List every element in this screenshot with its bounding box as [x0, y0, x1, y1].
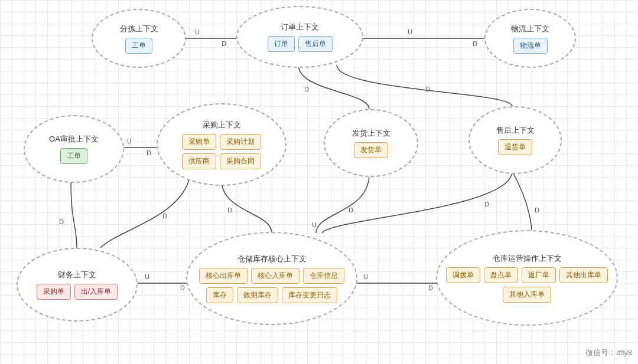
wuliu-label: 物流上下文	[511, 24, 549, 34]
svg-text:D: D	[227, 206, 232, 214]
caigou-card-caigouhetong: 采购合同	[220, 153, 261, 169]
diagram-canvas: U D U D D D U D D D U D D D U	[0, 0, 638, 364]
wuliu-cards: 物流单	[513, 38, 548, 54]
cangkuops-cards: 调拨单 盘点单 返厂单 其他出库单 其他入库单	[443, 267, 611, 303]
caigou-card-caigoudan: 采购单	[182, 134, 216, 150]
cangkucore-context: 仓储库存核心上下文 核心出库单 核心入库单 仓库信息 库存 效期库存 库存变更日…	[186, 232, 357, 325]
caiwu-card-caigoudan: 采购单	[37, 284, 71, 300]
cangkuops-label: 仓库运营操作上下文	[493, 253, 562, 264]
fahuo-label: 发货上下文	[352, 128, 390, 139]
cangkucore-label: 仓储库存核心上下文	[237, 254, 307, 264]
fahuo-card-fahuodan: 发货单	[354, 142, 388, 158]
caiwu-card-churukudan: 出/入库单	[74, 284, 118, 300]
cangkucore-card-hexinrudan: 核心入库单	[251, 268, 300, 284]
dingdan-label: 订单上下文	[281, 22, 319, 32]
cangkucore-card-biangengrizhi: 库存变更日志	[282, 287, 337, 303]
cangkuops-card-pandian: 盘点单	[484, 267, 518, 283]
shouhou-context: 售后上下文 退货单	[468, 106, 562, 174]
svg-text:D: D	[304, 86, 309, 93]
caigou-card-gongyingshang: 供应商	[182, 153, 216, 169]
svg-text:U: U	[363, 273, 368, 280]
oa-label: OA审批上下文	[49, 134, 99, 145]
cangkuops-card-qitachudan: 其他出库单	[559, 267, 608, 283]
oa-context: OA审批上下文 工单	[24, 115, 124, 183]
svg-text:D: D	[425, 86, 430, 93]
svg-text:U: U	[127, 137, 132, 145]
svg-text:U: U	[408, 28, 412, 35]
caigou-card-caigoujihua: 采购计划	[220, 134, 261, 150]
wuliu-card-wuliudan: 物流单	[513, 38, 548, 54]
cangkuops-card-diaobodan: 调拨单	[446, 267, 480, 283]
caigou-label: 采购上下文	[203, 120, 241, 130]
caiwu-label: 财务上下文	[58, 270, 96, 280]
cangkucore-card-hexinchudan: 核心出库单	[199, 268, 248, 284]
svg-text:U: U	[312, 221, 317, 228]
svg-text:D: D	[349, 206, 353, 214]
shouhou-label: 售后上下文	[496, 125, 535, 136]
caiwu-cards: 采购单 出/入库单	[37, 284, 118, 300]
dingdan-context: 订单上下文 订单 售后单	[236, 6, 363, 68]
cangkucore-card-cangkuinfo: 仓库信息	[303, 268, 344, 284]
svg-text:D: D	[484, 201, 489, 208]
svg-text:D: D	[162, 212, 167, 219]
dingdan-card-dingdan: 订单	[268, 36, 295, 52]
svg-text:D: D	[180, 284, 185, 291]
fahuo-context: 发货上下文 发货单	[324, 109, 418, 177]
fenpai-cards: 工单	[125, 38, 152, 54]
cangkuops-card-qitarudan: 其他入库单	[503, 287, 551, 303]
svg-text:D: D	[428, 284, 433, 291]
cangkucore-card-kucun: 库存	[206, 287, 233, 303]
svg-text:D: D	[147, 149, 151, 156]
svg-text:D: D	[59, 218, 64, 225]
cangkuops-card-fanchang: 返厂单	[522, 267, 556, 283]
dingdan-card-shouhoudan: 售后单	[298, 36, 333, 52]
oa-cards: 工单	[60, 148, 87, 164]
svg-text:U: U	[195, 28, 200, 35]
svg-text:D: D	[535, 206, 539, 214]
dingdan-cards: 订单 售后单	[268, 36, 333, 52]
shouhou-card-tuihuodan: 退货单	[498, 139, 532, 155]
cangkucore-cards: 核心出库单 核心入库单 仓库信息 库存 效期库存 库存变更日志	[193, 268, 350, 303]
wuliu-context: 物流上下文 物流单	[484, 9, 576, 68]
cangkucore-card-xiaokucun: 效期库存	[237, 287, 278, 303]
oa-card-gongdan: 工单	[60, 148, 87, 164]
fenpai-context: 分拣上下文 工单	[92, 9, 186, 68]
svg-text:U: U	[145, 273, 149, 280]
svg-text:D: D	[473, 40, 477, 47]
caiwu-context: 财务上下文 采购单 出/入库单	[17, 248, 138, 322]
watermark: 微信号：itfly8	[585, 347, 632, 358]
svg-text:D: D	[222, 40, 226, 47]
fenpai-label: 分拣上下文	[120, 24, 158, 34]
caigou-context: 采购上下文 采购单 采购计划 供应商 采购合同	[157, 103, 287, 186]
shouhou-cards: 退货单	[498, 139, 532, 155]
fenpai-card-gongdan: 工单	[125, 38, 152, 54]
caigou-cards: 采购单 采购计划 供应商 采购合同	[164, 134, 279, 169]
fahuo-cards: 发货单	[354, 142, 388, 158]
cangkuops-context: 仓库运营操作上下文 调拨单 盘点单 返厂单 其他出库单 其他入库单	[436, 230, 618, 326]
